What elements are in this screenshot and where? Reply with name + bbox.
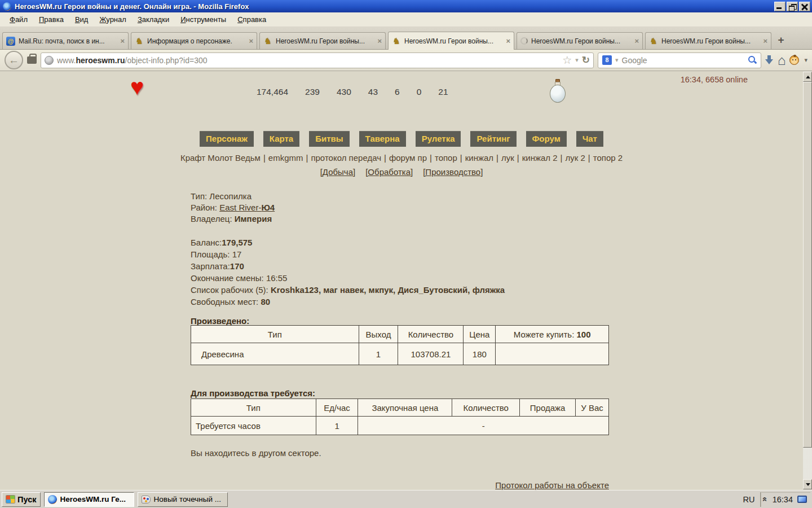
scrollbar-thumb[interactable] [803, 82, 812, 448]
work-protocol-link[interactable]: Протокол работы на объекте [495, 480, 609, 490]
url-text[interactable]: www.heroeswm.ru/object-info.php?id=300 [57, 56, 559, 65]
menu-view[interactable]: Вид [70, 14, 94, 25]
menu-tools[interactable]: Инструменты [175, 14, 231, 25]
url-dropdown-icon[interactable]: ▾ [575, 56, 579, 64]
google-engine-icon[interactable]: 8 [602, 55, 612, 65]
language-indicator[interactable]: RU [737, 495, 760, 504]
system-tray: RU « 16:34 [737, 492, 810, 507]
forward-button[interactable] [27, 56, 37, 64]
tab-character-info[interactable]: ♞ Информация о персонаже. × [131, 32, 257, 49]
quick-link[interactable]: лук [501, 153, 514, 163]
produced-table: Тип Выход Количество Цена Можете купить:… [191, 325, 609, 365]
new-tab-button[interactable]: + [774, 33, 788, 48]
tab-heroeswm-3[interactable]: ♞ HeroesWM.ru Герои войны... × [645, 32, 771, 49]
search-box[interactable]: 8 ▾ Google [598, 52, 761, 68]
tab-mailru[interactable]: @ Mail.Ru: почта, поиск в ин... × [2, 32, 129, 49]
nav-button-map[interactable]: Карта [263, 131, 299, 147]
menu-edit[interactable]: Правка [34, 14, 69, 25]
nav-button-rating[interactable]: Рейтинг [470, 131, 516, 147]
section-links-row: [Добыча] [Обработка] [Производство] [0, 167, 803, 177]
tab-heroeswm-loading[interactable]: HeroesWM.ru Герои войны... × [517, 32, 643, 49]
firefox-icon [3, 2, 11, 11]
network-monitor-icon[interactable] [797, 496, 807, 503]
object-stats-block: Баланс:179,575 Площадь: 17 Зарплата:170 … [191, 237, 505, 308]
tab-heroeswm-active[interactable]: ♞ HeroesWM.ru Герои войны... × [388, 32, 514, 50]
window-titlebar[interactable]: HeroesWM.ru Герои войны и денег. Онлайн … [0, 0, 812, 12]
menu-bar: Файл Правка Вид Журнал Закладки Инструме… [0, 12, 812, 27]
scroll-up-icon[interactable] [803, 72, 812, 82]
back-button[interactable]: ← [5, 51, 23, 69]
tab-close-icon[interactable]: × [120, 38, 125, 45]
nav-button-roulette[interactable]: Рулетка [416, 131, 461, 147]
restore-button[interactable] [787, 2, 798, 11]
refresh-icon[interactable]: ↻ [582, 56, 590, 65]
requires-title: Для производства требуется: [191, 388, 315, 398]
close-button[interactable] [799, 2, 810, 11]
nav-button-battles[interactable]: Битвы [309, 131, 349, 147]
url-bar[interactable]: www.heroeswm.ru/object-info.php?id=300 ☆… [41, 52, 594, 68]
quick-link[interactable]: топор [435, 153, 457, 163]
toolbar-dropdown-icon[interactable]: ▾ [804, 56, 807, 64]
taskbar-task-paint[interactable]: Новый точечный ... [138, 492, 228, 507]
nav-button-tavern[interactable]: Таверна [359, 131, 406, 147]
requires-header-row: Тип Ед/час Закупочная цена Количество Пр… [191, 399, 609, 417]
quick-link[interactable]: кинжал 2 [522, 153, 558, 163]
taskbar-task-firefox[interactable]: HeroesWM.ru Ге... [44, 492, 134, 507]
quick-link[interactable]: кинжал [465, 153, 493, 163]
menu-bookmarks[interactable]: Закладки [133, 14, 174, 25]
quick-link[interactable]: Крафт Молот Ведьм [180, 153, 261, 163]
tab-close-icon[interactable]: × [377, 38, 382, 45]
site-identity-icon[interactable] [45, 56, 54, 65]
home-icon[interactable]: ⌂ [778, 54, 786, 67]
work-protocol-row: Протокол работы на объекте [191, 480, 609, 490]
counter-ore: 430 [337, 87, 351, 97]
nav-button-forum[interactable]: Форум [526, 131, 567, 147]
scroll-down-icon[interactable] [803, 479, 812, 489]
nav-button-character[interactable]: Персонаж [200, 131, 254, 147]
menu-history[interactable]: Журнал [94, 14, 131, 25]
quick-link[interactable]: топор 2 [593, 153, 623, 163]
link-production[interactable]: [Производство] [423, 167, 483, 177]
counter-wood: 239 [305, 87, 320, 97]
free-slots-line: Свободных мест: 80 [191, 296, 505, 308]
health-heart-icon: ♥ [130, 76, 144, 98]
link-processing[interactable]: [Обработка] [365, 167, 413, 177]
nav-button-chat[interactable]: Чат [576, 131, 603, 147]
knight-icon: ♞ [263, 37, 272, 46]
tab-close-icon[interactable]: × [506, 38, 510, 45]
bookmark-star-icon[interactable]: ☆ [562, 55, 572, 65]
tray-chevron-icon[interactable]: « [761, 497, 770, 501]
produced-row-wood: Древесина 1 103708.21 180 [191, 343, 609, 365]
workers-line: Список рабочих (5): Kroshka123, маг наве… [191, 284, 505, 296]
resource-counters: 174,464 239 430 43 6 0 21 [257, 87, 448, 97]
search-engine-dropdown-icon[interactable]: ▾ [615, 56, 619, 64]
quick-link[interactable]: форум пр [389, 153, 427, 163]
search-input[interactable]: Google [622, 56, 745, 65]
tab-close-icon[interactable]: × [634, 38, 639, 45]
quick-link[interactable]: лук 2 [566, 153, 585, 163]
link-mining[interactable]: [Добыча] [320, 167, 356, 177]
quick-link[interactable]: протокол передач [311, 153, 381, 163]
tab-close-icon[interactable]: × [249, 38, 253, 45]
start-button[interactable]: Пуск [2, 492, 41, 507]
downloads-icon[interactable] [765, 55, 774, 65]
tab-close-icon[interactable]: × [763, 38, 767, 45]
menu-file[interactable]: Файл [5, 14, 33, 25]
district-link[interactable]: East River-Ю4 [219, 203, 275, 212]
menu-help[interactable]: Справка [232, 14, 271, 25]
workers-list[interactable]: Kroshka123, маг навек, мкпук, Дися_Бутов… [271, 285, 505, 295]
counter-gold: 174,464 [257, 87, 288, 97]
taskbar: Пуск HeroesWM.ru Ге... Новый точечный ..… [0, 490, 812, 508]
search-magnifier-icon[interactable] [748, 56, 757, 64]
quick-link[interactable]: emkgmm [268, 153, 303, 163]
object-type-line: Тип: Лесопилка [191, 191, 275, 202]
counter-crystal: 0 [417, 87, 422, 97]
area-line: Площадь: 17 [191, 248, 505, 260]
sector-note: Вы находитесь в другом секторе. [191, 448, 321, 458]
addon-monkey-icon[interactable] [789, 55, 799, 65]
minimize-button[interactable] [774, 2, 785, 11]
spinner-icon [520, 37, 528, 45]
tab-heroeswm-1[interactable]: ♞ HeroesWM.ru Герои войны... × [259, 32, 386, 49]
salary-line: Зарплата:170 [191, 260, 505, 272]
vertical-scrollbar[interactable] [803, 71, 812, 490]
